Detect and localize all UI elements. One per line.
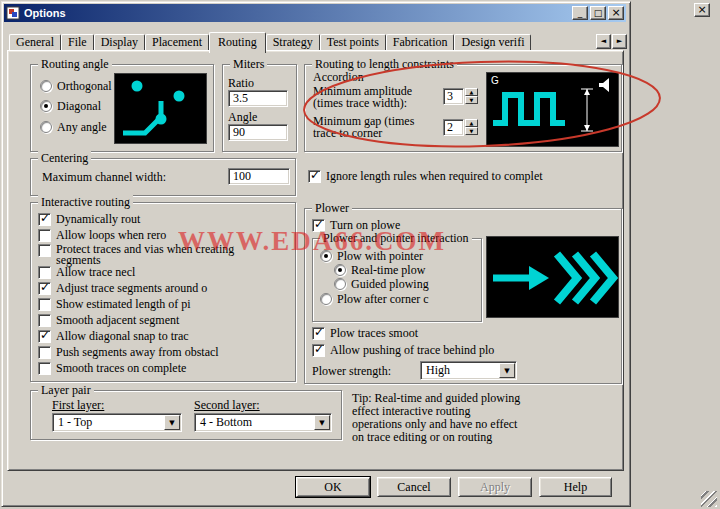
radio-diagonal[interactable]: Diagonal bbox=[40, 100, 101, 113]
app-icon bbox=[6, 6, 20, 20]
checkbox-box bbox=[38, 362, 51, 375]
ok-button[interactable]: OK bbox=[296, 477, 370, 497]
minimize-icon[interactable]: _ bbox=[572, 6, 588, 20]
checkmark-icon: ✓ bbox=[40, 211, 50, 225]
radio-plow-after-corner[interactable]: Plow after corner c bbox=[320, 293, 429, 306]
min-amplitude-label-line2: (times trace width): bbox=[313, 97, 407, 110]
checkbox-push-segments[interactable]: Push segments away from obstacl bbox=[38, 346, 219, 359]
spinner-down-icon[interactable]: ▼ bbox=[465, 96, 478, 104]
radio-guided-plowing[interactable]: Guided plowing bbox=[334, 278, 429, 291]
angle-input[interactable]: 90 bbox=[228, 124, 288, 141]
radio-plow-with-pointer[interactable]: Plow with pointer bbox=[320, 250, 423, 263]
group-title: Plower bbox=[312, 201, 352, 215]
checkbox-box bbox=[38, 244, 51, 257]
tab-placement[interactable]: Placement bbox=[145, 34, 209, 50]
selected-value: 4 - Bottom bbox=[195, 414, 331, 431]
checkbox-adjust-trace-segments[interactable]: ✓ Adjust trace segments around o bbox=[38, 282, 207, 295]
checkbox-box bbox=[38, 346, 51, 359]
selected-value: 1 - Top bbox=[53, 414, 181, 431]
dropdown-arrow-icon[interactable]: ▼ bbox=[499, 363, 515, 378]
tab-strip: General File Display Placement Routing S… bbox=[9, 30, 597, 53]
routing-angle-preview bbox=[114, 73, 207, 144]
screen: Options _ □ × General File Display Place… bbox=[0, 0, 720, 509]
spinner-down-icon[interactable]: ▼ bbox=[465, 127, 478, 135]
checkbox-allow-trace-necking[interactable]: Allow trace necl bbox=[38, 266, 135, 279]
second-layer-select[interactable]: 4 - Bottom ▼ bbox=[194, 413, 332, 432]
checkbox-label: Protect traces and vias when creating se… bbox=[56, 244, 281, 266]
radio-any-angle[interactable]: Any angle bbox=[40, 121, 107, 134]
group-title: Miters bbox=[230, 57, 267, 71]
tab-strategy[interactable]: Strategy bbox=[266, 34, 320, 50]
resize-grip[interactable] bbox=[701, 491, 717, 507]
checkbox-box: ✓ bbox=[308, 170, 321, 183]
second-layer-label: Second layer: bbox=[194, 399, 260, 412]
tab-file[interactable]: File bbox=[61, 34, 94, 50]
checkbox-allow-diagonal-snap[interactable]: ✓ Allow diagonal snap to trac bbox=[38, 330, 189, 343]
tip-text-line: on trace editing or on routing bbox=[352, 431, 624, 444]
checkbox-label: Allow diagonal snap to trac bbox=[56, 330, 189, 343]
spinner-up-icon[interactable]: ▲ bbox=[465, 119, 478, 127]
radio-label: Any angle bbox=[57, 121, 107, 134]
preview-letter: G bbox=[491, 75, 499, 86]
tab-general[interactable]: General bbox=[9, 34, 61, 50]
radio-label: Diagonal bbox=[57, 100, 101, 113]
checkbox-box: ✓ bbox=[312, 344, 325, 357]
apply-button[interactable]: Apply bbox=[458, 477, 532, 497]
checkbox-smooth-adjacent[interactable]: Smooth adjacent segment bbox=[38, 314, 179, 327]
min-amplitude-spinner[interactable]: 3 ▲ ▼ bbox=[443, 88, 478, 105]
checkbox-label: Ignore length rules when required to com… bbox=[326, 170, 543, 183]
maximize-icon[interactable]: □ bbox=[590, 6, 606, 20]
outer-close-icon[interactable]: × bbox=[694, 3, 710, 17]
min-gap-value[interactable]: 2 bbox=[443, 119, 464, 136]
group-title: Routing angle bbox=[38, 57, 112, 71]
checkbox-protect-traces[interactable]: Protect traces and vias when creating se… bbox=[38, 244, 281, 266]
tab-scroll-right-icon[interactable]: ► bbox=[612, 34, 627, 49]
checkbox-dynamically-route[interactable]: ✓ Dynamically rout bbox=[38, 213, 140, 226]
checkbox-allow-pushing[interactable]: ✓ Allow pushing of trace behind plo bbox=[312, 344, 494, 357]
radio-label: Guided plowing bbox=[351, 278, 429, 291]
checkbox-ignore-length-rules[interactable]: ✓ Ignore length rules when required to c… bbox=[308, 170, 543, 183]
radio-label: Plow with pointer bbox=[337, 250, 423, 263]
min-amplitude-value[interactable]: 3 bbox=[443, 88, 464, 105]
tab-design-verify[interactable]: Design verifi bbox=[454, 34, 531, 50]
checkbox-label: Allow trace necl bbox=[56, 266, 135, 279]
plower-preview bbox=[486, 236, 619, 318]
tab-display[interactable]: Display bbox=[94, 34, 145, 50]
tab-routing[interactable]: Routing bbox=[209, 32, 266, 53]
plower-strength-label: Plower strength: bbox=[312, 365, 391, 378]
help-button[interactable]: Help bbox=[539, 477, 612, 497]
tab-scroll-left-icon[interactable]: ◄ bbox=[596, 34, 611, 49]
spinner-buttons: ▲ ▼ bbox=[465, 119, 478, 136]
checkbox-show-estimated-length[interactable]: Show estimated length of pi bbox=[38, 298, 191, 311]
max-channel-width-input[interactable]: 100 bbox=[228, 168, 290, 185]
radio-real-time-plow[interactable]: Real-time plow bbox=[334, 264, 425, 277]
titlebar[interactable]: Options _ □ × bbox=[4, 4, 626, 22]
checkbox-allow-loops[interactable]: Allow loops when rero bbox=[38, 229, 166, 242]
checkbox-box bbox=[38, 229, 51, 242]
close-icon[interactable]: × bbox=[608, 6, 624, 20]
checkbox-label: Plow traces smoot bbox=[330, 327, 418, 340]
radio-label: Real-time plow bbox=[351, 264, 425, 277]
group-title: Interactive routing bbox=[38, 195, 133, 209]
tab-test-points[interactable]: Test points bbox=[320, 34, 386, 50]
checkmark-icon: ✓ bbox=[314, 217, 324, 231]
checkbox-smooth-traces[interactable]: Smooth traces on complete bbox=[38, 362, 186, 375]
checkbox-box: ✓ bbox=[38, 330, 51, 343]
min-gap-spinner[interactable]: 2 ▲ ▼ bbox=[443, 119, 478, 136]
plower-strength-select[interactable]: High ▼ bbox=[420, 361, 517, 380]
checkbox-plow-traces-smooth[interactable]: ✓ Plow traces smoot bbox=[312, 327, 418, 340]
radio-circle bbox=[320, 293, 332, 305]
checkbox-label: Dynamically rout bbox=[56, 213, 140, 226]
ratio-input[interactable]: 3.5 bbox=[228, 90, 288, 107]
cancel-button[interactable]: Cancel bbox=[377, 477, 451, 497]
checkbox-label: Allow loops when rero bbox=[56, 229, 166, 242]
first-layer-select[interactable]: 1 - Top ▼ bbox=[52, 413, 182, 432]
spinner-up-icon[interactable]: ▲ bbox=[465, 88, 478, 96]
dropdown-arrow-icon[interactable]: ▼ bbox=[164, 415, 180, 430]
checkbox-box bbox=[38, 266, 51, 279]
tab-fabrication[interactable]: Fabrication bbox=[386, 34, 455, 50]
radio-orthogonal[interactable]: Orthogonal bbox=[40, 80, 112, 93]
checkbox-box: ✓ bbox=[312, 327, 325, 340]
dropdown-arrow-icon[interactable]: ▼ bbox=[314, 415, 330, 430]
checkmark-icon: ✓ bbox=[40, 328, 50, 342]
